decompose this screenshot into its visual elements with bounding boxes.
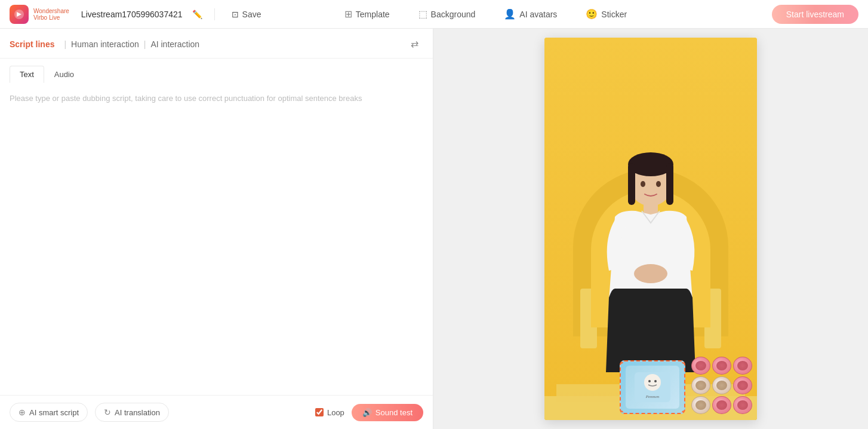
resize-handle-bl[interactable] — [620, 410, 623, 414]
start-livestream-button[interactable]: Start livestream — [772, 5, 858, 24]
nav-sticker[interactable]: 🙂 Sticker — [581, 6, 632, 22]
logo-text: Wondershare Virbo Live — [33, 8, 69, 21]
toilet-roll-white-2 — [712, 376, 731, 394]
svg-text:Penmen: Penmen — [645, 394, 660, 399]
loop-label: Loop — [327, 408, 344, 417]
baby-product-svg: Penmen — [632, 369, 673, 405]
left-panel: Script lines | Human interaction | AI in… — [0, 29, 433, 429]
sound-test-label: Sound test — [375, 408, 413, 417]
toilet-roll-pink-1 — [691, 357, 710, 375]
toilet-roll-pink-5 — [712, 396, 731, 414]
template-icon: ⊞ — [344, 8, 352, 20]
sticker-icon: 🙂 — [586, 8, 598, 20]
header-divider — [214, 8, 215, 20]
baby-product-wrapper[interactable]: Penmen — [620, 360, 685, 414]
toilet-roll-pink-4 — [733, 376, 752, 394]
products-area: Penmen — [544, 336, 757, 414]
baby-product-inner: Penmen — [626, 366, 679, 409]
rolls-row-mid1 — [691, 376, 752, 394]
edit-project-name-icon[interactable]: ✏️ — [192, 10, 202, 19]
svg-point-8 — [656, 181, 661, 187]
tab-ai-interaction[interactable]: AI interaction — [150, 39, 199, 55]
svg-point-7 — [641, 181, 645, 187]
right-panel: Penmen — [433, 29, 868, 429]
svg-point-12 — [654, 380, 657, 382]
script-area: Please type or paste dubbing script, tak… — [0, 83, 433, 395]
save-label: Save — [242, 10, 261, 19]
logo: Wondershare Virbo Live — [10, 5, 69, 24]
toilet-roll-pink-6 — [733, 396, 752, 414]
toilet-roll-white-3 — [691, 396, 710, 414]
ai-avatars-label: AI avatars — [519, 10, 557, 19]
svg-rect-3 — [628, 163, 635, 205]
ai-smart-script-button[interactable]: ⊕ AI smart script — [10, 403, 88, 422]
save-button[interactable]: ⊡ Save — [227, 7, 266, 22]
tab-human-interaction[interactable]: Human interaction — [71, 39, 139, 55]
preview-canvas: Penmen — [544, 38, 757, 420]
ai-avatars-icon: 👤 — [504, 8, 516, 20]
tab-audio[interactable]: Audio — [44, 66, 84, 83]
save-icon: ⊡ — [232, 10, 239, 19]
content-tabs: Text Audio — [0, 59, 433, 83]
toilet-roll-pink-2 — [712, 357, 731, 375]
top-tabs-bar: Script lines | Human interaction | AI in… — [0, 29, 433, 59]
main-area: Script lines | Human interaction | AI in… — [0, 29, 868, 429]
rolls-row-bottom — [691, 396, 752, 414]
svg-point-11 — [648, 380, 651, 382]
nav-ai-avatars[interactable]: 👤 AI avatars — [499, 6, 562, 22]
logo-line2: Virbo Live — [33, 14, 69, 21]
sticker-label: Sticker — [601, 10, 627, 19]
loop-checkbox[interactable] — [315, 408, 324, 416]
resize-handle-br[interactable] — [682, 410, 685, 414]
background-label: Background — [431, 10, 476, 19]
svg-rect-5 — [644, 203, 658, 214]
bottom-toolbar: ⊕ AI smart script ↻ AI translation Loop … — [0, 395, 433, 429]
ai-smart-script-label: AI smart script — [29, 408, 79, 417]
script-input[interactable] — [10, 93, 423, 385]
header: Wondershare Virbo Live Livestream1705996… — [0, 0, 868, 29]
toilet-rolls-stack — [691, 357, 752, 414]
ai-translation-label: AI translation — [115, 408, 160, 417]
sound-test-icon: 🔊 — [362, 408, 372, 417]
header-nav: ⊞ Template ⬚ Background 👤 AI avatars 🙂 S… — [340, 6, 632, 22]
resize-handle-tr[interactable] — [682, 360, 685, 364]
rolls-row-top — [691, 357, 752, 375]
template-label: Template — [356, 10, 390, 19]
logo-icon — [10, 5, 29, 24]
loop-area: Loop — [315, 408, 344, 417]
resize-handle-tl[interactable] — [620, 360, 623, 364]
swap-icon[interactable]: ⇄ — [406, 36, 423, 52]
tab-text[interactable]: Text — [10, 66, 44, 83]
nav-template[interactable]: ⊞ Template — [340, 6, 395, 22]
ai-translation-button[interactable]: ↻ AI translation — [95, 403, 169, 422]
tab-separator-1: | — [59, 39, 71, 55]
baby-product[interactable]: Penmen — [620, 360, 685, 414]
background-icon: ⬚ — [418, 8, 427, 20]
sound-test-button[interactable]: 🔊 Sound test — [352, 404, 423, 421]
svg-point-6 — [634, 264, 667, 283]
project-name: Livestream1705996037421 — [81, 10, 183, 19]
tab-script-lines[interactable]: Script lines — [10, 39, 54, 55]
ai-translation-icon: ↻ — [104, 407, 111, 417]
tab-separator-2: | — [139, 39, 151, 55]
nav-background[interactable]: ⬚ Background — [414, 6, 481, 22]
logo-line1: Wondershare — [33, 8, 69, 14]
ai-smart-script-icon: ⊕ — [19, 407, 26, 417]
toilet-roll-white-1 — [691, 376, 710, 394]
svg-rect-4 — [666, 163, 673, 205]
toilet-roll-pink-3 — [733, 357, 752, 375]
svg-point-10 — [644, 374, 661, 391]
